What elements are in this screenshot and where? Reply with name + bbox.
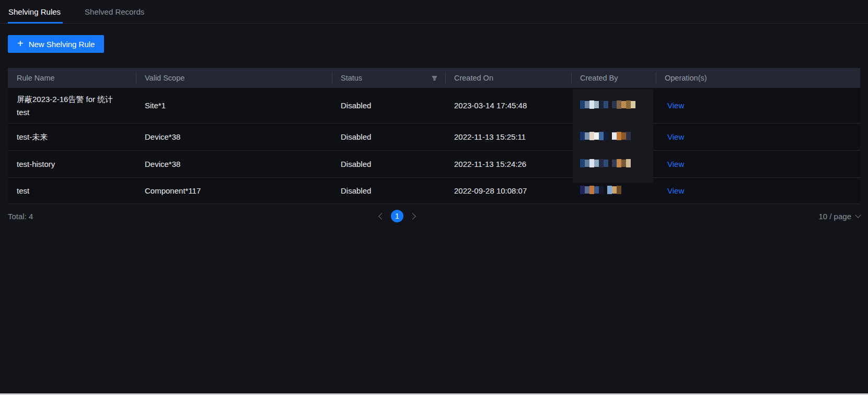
redacted-username-mosaic	[580, 186, 621, 195]
table-row: test Component*117 Disabled 2022-09-28 1…	[8, 178, 860, 204]
cell-status: Disabled	[332, 186, 445, 195]
page-number-1[interactable]: 1	[391, 210, 403, 222]
redacted-username-mosaic	[580, 100, 635, 109]
cell-status: Disabled	[332, 101, 445, 110]
column-header-valid-scope: Valid Scope	[136, 68, 332, 88]
column-header-label: Created On	[454, 74, 493, 82]
total-count-label: Total: 4	[8, 212, 33, 221]
cell-status: Disabled	[332, 160, 445, 168]
table-row: 屏蔽2023-2-16告警 for 统计 test Site*1 Disable…	[8, 88, 860, 123]
cell-valid-scope: Device*38	[136, 160, 332, 168]
cell-valid-scope: Site*1	[136, 101, 332, 110]
redacted-username-mosaic	[580, 132, 631, 141]
redacted-username-mosaic	[580, 159, 631, 168]
column-header-status: Status	[332, 68, 445, 88]
table-header-row: Rule Name Valid Scope Status Created On …	[8, 68, 860, 88]
cell-created-on: 2022-11-13 15:24:26	[445, 160, 571, 168]
column-header-rule-name: Rule Name	[8, 68, 136, 88]
next-page-icon[interactable]	[409, 213, 416, 220]
column-header-label: Rule Name	[17, 74, 55, 82]
cell-operations: View	[656, 101, 860, 110]
shelving-rules-table: Rule Name Valid Scope Status Created On …	[8, 68, 860, 204]
column-header-label: Status	[341, 74, 362, 82]
status-filter-icon[interactable]	[431, 75, 438, 82]
view-link[interactable]: View	[667, 186, 684, 195]
page-size-label: 10 / page	[818, 212, 851, 221]
plus-icon: +	[17, 38, 24, 49]
column-header-label: Operation(s)	[665, 74, 707, 82]
cell-operations: View	[656, 132, 860, 141]
chevron-down-icon	[855, 212, 861, 218]
column-header-created-by: Created By	[571, 68, 656, 88]
prev-page-icon[interactable]	[378, 213, 385, 220]
view-link[interactable]: View	[667, 160, 684, 168]
tab-shelving-rules[interactable]: Shelving Rules	[8, 0, 61, 23]
new-shelving-rule-button[interactable]: + New Shelving Rule	[8, 35, 104, 53]
tab-shelving-rules-label: Shelving Rules	[8, 7, 61, 16]
cell-valid-scope: Device*38	[136, 132, 332, 141]
cell-operations: View	[656, 160, 860, 168]
cell-status: Disabled	[332, 132, 445, 141]
cell-created-on: 2023-03-14 17:45:48	[445, 101, 571, 110]
table-footer: Total: 4 1 10 / page	[8, 204, 860, 228]
cell-created-on: 2022-09-28 10:08:07	[445, 186, 571, 195]
tab-bar: Shelving Rules Shelved Records	[0, 0, 868, 24]
tab-shelved-records-label: Shelved Records	[85, 7, 144, 16]
table-row: test-history Device*38 Disabled 2022-11-…	[8, 151, 860, 178]
toolbar: + New Shelving Rule	[8, 35, 868, 53]
column-header-label: Created By	[580, 74, 618, 82]
view-link[interactable]: View	[667, 132, 684, 141]
view-link[interactable]: View	[667, 101, 684, 110]
table-row: test-未来 Device*38 Disabled 2022-11-13 15…	[8, 123, 860, 151]
tab-shelved-records[interactable]: Shelved Records	[85, 0, 144, 23]
cell-created-by-redacted	[571, 186, 656, 196]
column-header-operations: Operation(s)	[656, 68, 860, 88]
cell-created-on: 2022-11-13 15:25:11	[445, 132, 571, 141]
cell-rule-name: test	[8, 184, 136, 197]
column-header-label: Valid Scope	[145, 74, 184, 82]
cell-operations: View	[656, 186, 860, 195]
cell-rule-name: test-history	[8, 157, 136, 171]
new-shelving-rule-label: New Shelving Rule	[29, 40, 95, 49]
column-header-created-on: Created On	[445, 68, 571, 88]
cell-rule-name: 屏蔽2023-2-16告警 for 统计 test	[8, 93, 136, 119]
pagination: 1	[379, 210, 415, 222]
page-size-select[interactable]: 10 / page	[818, 212, 860, 221]
cell-valid-scope: Component*117	[136, 186, 332, 195]
cell-rule-name: test-未来	[8, 130, 136, 143]
